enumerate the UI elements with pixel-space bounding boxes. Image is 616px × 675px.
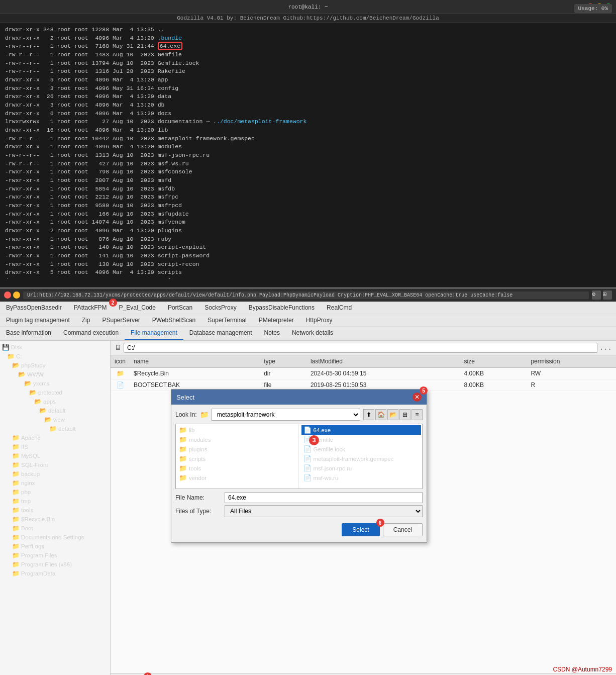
fb-item-gemspec[interactable]: 📄 metasploit-framework.gemspec — [301, 454, 422, 463]
col-permission[interactable]: permission — [527, 355, 616, 368]
fb-item-plugins[interactable]: 📁 plugins — [177, 444, 297, 454]
fb-item-vendor[interactable]: 📁 vendor — [177, 473, 297, 483]
tree-item-protected[interactable]: 📂 protected — [0, 388, 110, 397]
fb-item-lib[interactable]: 📁 lib — [177, 425, 297, 435]
tree-item-view[interactable]: 📂 view — [0, 415, 110, 424]
nav-socksproxy[interactable]: SocksProxy — [198, 302, 242, 314]
fb-item-gemfile[interactable]: 📄 Gemfile — [301, 435, 422, 444]
nav-superterminal[interactable]: SuperTerminal — [201, 314, 252, 326]
fb-item-modules[interactable]: 📁 modules — [177, 435, 297, 444]
tab-network-details[interactable]: Network details — [286, 327, 339, 340]
fb-left-panel: 📁 lib 📁 modules 📁 plugins 📁 scripts — [176, 424, 298, 489]
nav-pattackfpm[interactable]: PAttackFPM 2 — [68, 302, 113, 314]
look-in-up-btn[interactable]: ⬆ — [363, 409, 374, 420]
look-in-dropdown[interactable]: metasploit-framework — [212, 409, 360, 421]
fb-item-label: tools — [189, 465, 201, 471]
fb-item-gemfilelock[interactable]: 📄 Gemfile.lock — [301, 444, 422, 454]
tree-item-disk[interactable]: 💾 Disk — [0, 343, 110, 352]
tree-item-tools[interactable]: 📁 tools — [0, 506, 110, 515]
tree-item-nginx[interactable]: 📁 nginx — [0, 478, 110, 488]
tab-base-information[interactable]: Base information — [0, 327, 57, 340]
tree-item-sqlfront[interactable]: 📁 SQL-Front — [0, 460, 110, 469]
term-line: drwxr-xr-x 3 root root 4096 Mar 4 13:20 … — [5, 101, 611, 110]
tree-item-phpstudy[interactable]: 📂 phpStudy — [0, 361, 110, 370]
look-in-home-btn[interactable]: 🏠 — [375, 409, 386, 420]
tree-item-perflogs[interactable]: 📁 PerfLogs — [0, 542, 110, 551]
file-icon: 📄 — [303, 464, 312, 472]
col-name[interactable]: name — [130, 355, 260, 368]
settings-icon[interactable]: ⚙ — [592, 291, 601, 300]
nav-bypassdisablefunctions[interactable]: BypassDisableFunctions — [243, 302, 321, 314]
expand-icon[interactable]: ⊞ — [603, 291, 612, 300]
fb-item-label: scripts — [189, 456, 206, 462]
term-line-64exe: -rw-r--r-- 1 root root 7168 May 31 21:44… — [5, 42, 611, 51]
fb-item-64exe[interactable]: 📄 64.exe 5 — [301, 425, 422, 435]
tab-notes[interactable]: Notes — [258, 327, 286, 340]
table-row[interactable]: 📁 $Recycle.Bin dir 2024-05-30 04:59:15 4… — [111, 368, 616, 379]
fb-item-msfws[interactable]: 📄 msf-ws.ru — [301, 473, 422, 483]
nav-zip[interactable]: Zip — [76, 314, 96, 326]
fb-item-scripts[interactable]: 📁 scripts — [177, 454, 297, 463]
tree-item-apps[interactable]: 📂 apps — [0, 397, 110, 406]
nav-psuperserver[interactable]: PSuperServer — [96, 314, 146, 326]
nav-plugin-tag[interactable]: Plugin tag management — [0, 314, 76, 326]
tree-item-yxcms[interactable]: 📂 yxcms — [0, 379, 110, 388]
look-in-details-btn[interactable]: ≡ — [412, 409, 423, 420]
tree-item-default2[interactable]: 📁 default — [0, 424, 110, 433]
tree-label-sqlfront: SQL-Front — [21, 462, 48, 468]
term-line: -rw-r--r-- 1 root root 1313 Aug 10 2023 … — [5, 151, 611, 160]
nav-pwebshellscan[interactable]: PWebShellScan — [146, 314, 202, 326]
col-lastmodified[interactable]: lastModified — [306, 355, 460, 368]
tab-command-execution[interactable]: Command execution — [57, 327, 125, 340]
tree-item-c-drive[interactable]: 📁 C: — [0, 352, 110, 361]
tree-item-mysql[interactable]: 📁 MySQL — [0, 451, 110, 460]
file-icon: 📄 — [303, 455, 312, 462]
tree-item-recycle[interactable]: 📁 $Recycle.Bin — [0, 515, 110, 524]
tree-item-default[interactable]: 📂 default — [0, 406, 110, 415]
nav-bypassopenbasedir[interactable]: ByPassOpenBasedir — [0, 302, 68, 314]
select-dialog-close-button[interactable]: ✕ — [413, 393, 422, 402]
dialog-select-button[interactable]: Select 6 — [342, 523, 379, 536]
nav-row-1: ByPassOpenBasedir PAttackFPM 2 P_Eval_Co… — [0, 302, 616, 314]
nav-portscan[interactable]: PortScan — [162, 302, 198, 314]
term-line: -rwxr-xr-x 1 root root 14074 Aug 10 2023… — [5, 218, 611, 227]
dialog-cancel-button[interactable]: Cancel — [383, 523, 423, 536]
term-line: drwxr-xr-x 13 root root 4096 Mar 4 13:20… — [5, 277, 611, 279]
tree-item-documents[interactable]: 📁 Documents and Settings — [0, 533, 110, 542]
fb-item-tools[interactable]: 📁 tools — [177, 463, 297, 473]
tree-item-programdata[interactable]: 📁 ProgramData — [0, 569, 110, 578]
filename-input[interactable] — [225, 492, 423, 503]
tree-item-php[interactable]: 📁 php — [0, 488, 110, 497]
folder-icon: 📁 — [179, 464, 187, 472]
nav-p-eval-code[interactable]: P_Eval_Code — [113, 302, 162, 314]
fm-path-input[interactable] — [124, 343, 597, 353]
col-size[interactable]: size — [460, 355, 527, 368]
webshell-titlebar: Url:http://192.168.72.131/yxcms/protecte… — [0, 288, 616, 302]
close-btn-webshell[interactable] — [4, 292, 11, 299]
term-line: -rwxr-xr-x 1 root root 2212 Aug 10 2023 … — [5, 193, 611, 202]
tree-label-mysql: MySQL — [21, 453, 40, 459]
min-btn-webshell[interactable] — [13, 292, 20, 299]
tab-database-management[interactable]: Database management — [183, 327, 258, 340]
look-in-newfolder-btn[interactable]: 📂 — [387, 409, 398, 420]
fb-item-msfjson[interactable]: 📄 msf-json-rpc.ru — [301, 463, 422, 473]
fb-item-label: plugins — [189, 446, 207, 452]
nav-pmeterpreter[interactable]: PMeterpreter — [253, 314, 300, 326]
tree-item-backup[interactable]: 📁 backup — [0, 469, 110, 478]
col-type[interactable]: type — [260, 355, 306, 368]
tree-item-programfiles[interactable]: 📁 Program Files — [0, 551, 110, 560]
look-in-list-btn[interactable]: ⊞ — [399, 409, 410, 420]
term-line: -rwxr-xr-x 1 root root 798 Aug 10 2023 m… — [5, 168, 611, 176]
filetype-select[interactable]: All Files — [225, 505, 423, 517]
tree-item-programfilesx86[interactable]: 📁 Program Files (x86) — [0, 560, 110, 569]
tree-item-tmp[interactable]: 📁 tmp — [0, 497, 110, 506]
tree-item-apache[interactable]: 📁 Apache — [0, 433, 110, 442]
nav-httpproxy[interactable]: HttpProxy — [300, 314, 339, 326]
nav-realcmd[interactable]: RealCmd — [321, 302, 358, 314]
tree-item-boot[interactable]: 📁 Boot — [0, 524, 110, 533]
tree-item-iis[interactable]: 📁 IIS — [0, 442, 110, 451]
tab-file-management[interactable]: File management — [125, 327, 183, 340]
webshell-url-bar: Url:http://192.168.72.131/yxcms/protecte… — [23, 292, 589, 299]
tree-item-www[interactable]: 📂 WWW — [0, 370, 110, 379]
term-line: drwxr-xr-x 5 root root 4096 Mar 4 13:20 … — [5, 268, 611, 277]
